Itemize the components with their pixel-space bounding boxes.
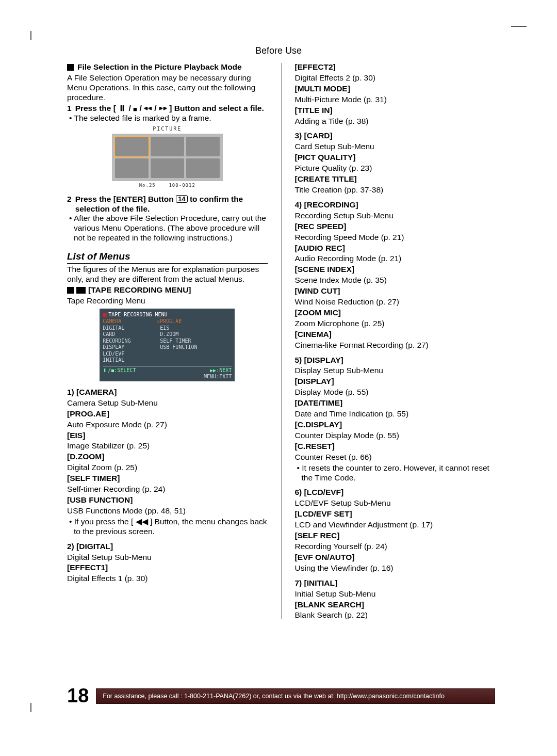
picture-title: PICTURE	[112, 126, 223, 132]
assistance-note: For assistance, please call : 1-800-211-…	[96, 688, 495, 704]
osd-menu: TAPE RECORDING MENU CAMERA DIGITAL CARD …	[100, 309, 235, 381]
osd-right-col: ▷PROG.AE EIS D.ZOOM SELF TIMER USB FUNCT…	[157, 318, 197, 364]
digital-title: 2) [DIGITAL]	[67, 542, 268, 552]
bullet-icon	[67, 64, 74, 71]
osd-left-col: CAMERA DIGITAL CARD RECORDING DISPLAY LC…	[103, 318, 152, 364]
bullet-icon	[67, 287, 74, 294]
step-2-sub: After the above File Selection Procedure…	[74, 214, 268, 243]
camera-note: If you press the [ ◀◀ ] Button, the menu…	[74, 517, 268, 537]
camera-icon	[76, 287, 86, 294]
right-column: [EFFECT2] Digital Effects 2 (p. 30) [MUL…	[295, 61, 496, 621]
callout-14: 14	[176, 195, 187, 203]
file-selection-heading: File Selection in the Picture Playback M…	[67, 62, 268, 72]
display-title: 5) [DISPLAY]	[295, 356, 496, 365]
thumb	[186, 137, 220, 156]
thumb-selected	[115, 137, 149, 156]
list-of-menus-heading: List of Menus	[67, 250, 268, 264]
osd-foot-left: ⏸/◼:SELECT	[103, 367, 136, 380]
page-header: Before Use	[36, 45, 521, 56]
recording-title: 4) [RECORDING]	[295, 200, 496, 210]
page-number: 18	[67, 685, 89, 707]
list-of-menus-body: The figures of the Menus are for explana…	[67, 265, 268, 284]
picture-panel: PICTURE No.25 100-0012	[112, 126, 223, 188]
left-column: File Selection in the Picture Playback M…	[67, 61, 268, 621]
tape-recording-menu-sub: Tape Recording Menu	[67, 296, 268, 306]
lcd-title: 6) [LCD/EVF]	[295, 488, 496, 497]
tape-recording-menu-heading: [TAPE RECORDING MENU]	[67, 285, 268, 295]
pict-footer-id: 100-0012	[169, 183, 195, 188]
column-divider	[281, 63, 282, 619]
camera-desc: Camera Setup Sub-Menu	[67, 398, 268, 408]
camera-title: 1) [CAMERA]	[67, 388, 268, 397]
step-1: 1 Press the [ ⏸ / ◼ / ◀◀ / ▶▶ ] Button a…	[67, 104, 268, 114]
transport-glyphs: ⏸ / ◼ / ◀◀ / ▶▶	[118, 104, 167, 112]
file-selection-body: A File Selection Operation may be necess…	[67, 73, 268, 103]
thumb	[151, 158, 184, 178]
rec-dot-icon	[103, 313, 107, 317]
initial-title: 7) [INITIAL]	[295, 578, 496, 588]
pict-footer-no: No.25	[139, 183, 156, 188]
thumb	[186, 158, 220, 178]
osd-foot-right: ▶▶:NEXTMENU:EXIT	[204, 367, 232, 380]
footer: 18 For assistance, please call : 1-800-2…	[67, 685, 495, 707]
card-title: 3) [CARD]	[295, 131, 496, 141]
thumb	[115, 158, 149, 178]
step-1-sub: The selected file is marked by a frame.	[74, 114, 268, 123]
digital-desc: Digital Setup Sub-Menu	[67, 553, 268, 562]
step-2: 2 Press the [ENTER] Button 14 to confirm…	[67, 195, 268, 214]
thumb	[151, 137, 184, 156]
display-note: It resets the counter to zero. However, …	[302, 463, 496, 483]
